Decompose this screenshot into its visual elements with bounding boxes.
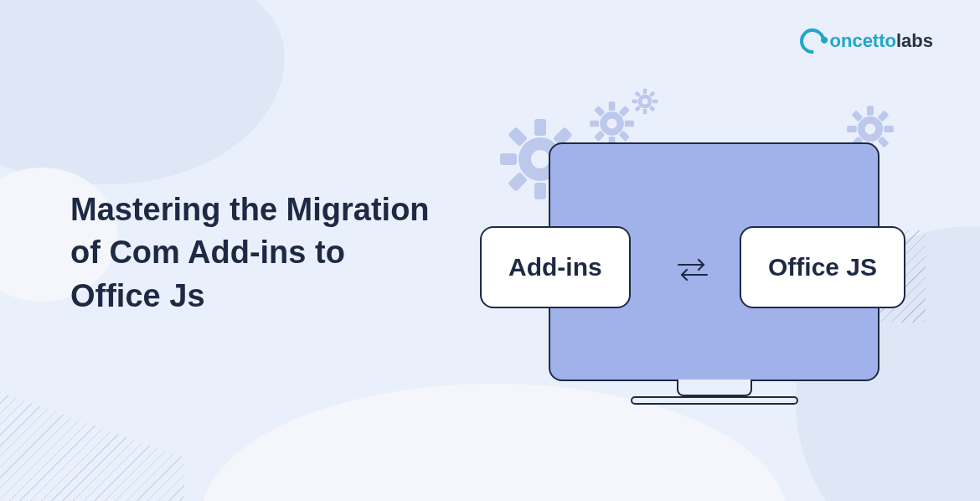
svg-rect-11	[609, 101, 616, 111]
monitor-base	[631, 396, 798, 405]
gear-icon	[589, 101, 635, 147]
svg-rect-17	[594, 106, 605, 116]
svg-rect-18	[619, 131, 630, 142]
monitor-stand	[677, 380, 752, 396]
logo-icon	[794, 23, 829, 59]
logo-text: oncettolabs	[830, 30, 933, 52]
svg-rect-26	[635, 106, 642, 112]
svg-rect-15	[619, 106, 630, 116]
svg-rect-21	[643, 89, 647, 94]
svg-rect-33	[847, 126, 857, 132]
card-addins: Add-ins	[480, 226, 631, 308]
svg-rect-22	[643, 109, 647, 114]
svg-rect-1	[534, 119, 546, 136]
illustration: Add-ins Office JS	[465, 88, 951, 431]
svg-rect-6	[508, 172, 528, 192]
logo-word: oncetto	[830, 30, 896, 51]
svg-point-9	[531, 150, 549, 168]
svg-rect-34	[884, 126, 894, 132]
svg-rect-25	[649, 91, 656, 98]
svg-rect-2	[534, 183, 546, 199]
background-blob	[0, 0, 285, 184]
diagonal-pattern	[0, 392, 184, 501]
svg-rect-13	[590, 121, 599, 127]
card-officejs: Office JS	[740, 226, 905, 308]
svg-rect-24	[652, 100, 658, 103]
svg-rect-14	[625, 121, 634, 127]
svg-rect-37	[851, 110, 863, 121]
svg-rect-31	[867, 106, 874, 116]
svg-rect-28	[649, 106, 656, 112]
svg-point-19	[606, 118, 616, 128]
logo-word: labs	[896, 30, 933, 51]
svg-point-39	[865, 124, 876, 135]
swap-arrows-icon	[673, 250, 712, 289]
page-title: Mastering the Migration of Com Add-ins t…	[70, 189, 439, 318]
logo: oncettolabs	[800, 28, 933, 54]
svg-rect-35	[878, 110, 890, 121]
svg-rect-23	[632, 100, 637, 103]
svg-rect-16	[594, 131, 605, 142]
svg-rect-7	[508, 127, 528, 147]
gear-icon	[632, 88, 658, 115]
svg-point-29	[642, 98, 647, 104]
svg-rect-3	[500, 153, 517, 165]
svg-rect-27	[635, 91, 642, 98]
